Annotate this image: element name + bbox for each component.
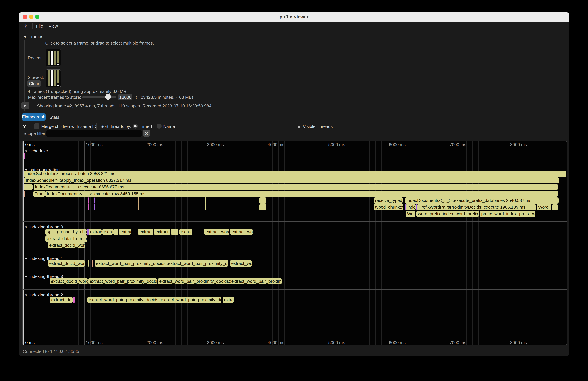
flame-bar[interactable]	[171, 229, 178, 235]
frame-bar	[48, 70, 50, 86]
frames-header[interactable]: ▼Frames	[23, 34, 43, 39]
axis-tick-label: 7000 ms	[450, 340, 466, 345]
flame-bar[interactable]: extract_	[154, 229, 170, 235]
flame-bar[interactable]	[259, 204, 267, 210]
sort-name-radio[interactable]	[157, 124, 162, 128]
flame-bar[interactable]	[138, 204, 139, 210]
flame-bar[interactable]: extract_docid_word	[49, 278, 88, 284]
separator-vertical	[96, 123, 97, 130]
separator-vertical	[30, 123, 30, 130]
play-button[interactable]: ▶	[21, 102, 29, 109]
max-frames-slider[interactable]	[82, 96, 116, 98]
app-asterisk-icon[interactable]: ✳	[23, 23, 28, 29]
flame-bar[interactable]: IndexDocuments<_, _>::execute_prefix_dat…	[405, 197, 559, 204]
flame-bar[interactable]: extract_word_pair_proximity_docids::extr…	[158, 278, 282, 284]
flame-bar[interactable]: IndexDocuments<_, _>::execute 8656.677 m…	[34, 184, 558, 190]
flame-bar[interactable]: Word	[406, 211, 415, 217]
flame-bar[interactable]	[259, 197, 267, 204]
help-button[interactable]: ?	[23, 124, 26, 129]
flame-bar[interactable]: IndexDocuments<_, _>::execute_raw 8459.1…	[45, 191, 558, 197]
frame-bar	[51, 51, 53, 65]
axis-tick-label: 7000 ms	[450, 142, 466, 147]
flame-bar[interactable]	[87, 229, 89, 235]
scope-filter-input[interactable]	[46, 130, 142, 137]
frame-bar	[57, 70, 59, 86]
scope-filter-clear-button[interactable]: x	[143, 130, 150, 137]
flame-bar[interactable]: extra	[102, 229, 113, 235]
flame-bar[interactable]: extract_wo	[230, 260, 252, 267]
flame-bar[interactable]	[205, 204, 206, 210]
clear-button[interactable]: Clear	[27, 80, 41, 87]
menu-file[interactable]: File	[36, 22, 43, 30]
tab-stats[interactable]: Stats	[49, 115, 59, 120]
flame-bar[interactable]	[405, 204, 406, 210]
flame-bar[interactable]: extract_word_pair_proximity_docids::extr…	[95, 260, 228, 267]
flame-bar[interactable]	[552, 204, 558, 210]
flame-bar[interactable]	[92, 260, 93, 267]
sort-time-radio[interactable]	[133, 124, 138, 128]
flame-bar[interactable]: typed_chunk::w	[374, 204, 403, 210]
flame-bar[interactable]: split_grenad_by_chun	[45, 229, 86, 235]
frame-bar	[48, 51, 50, 65]
flame-bar[interactable]	[416, 204, 417, 210]
slider-knob[interactable]	[105, 94, 111, 100]
flame-bar[interactable]: extract_word_pair_proximity_docids	[88, 278, 157, 284]
flame-bar[interactable]	[24, 153, 25, 159]
flame-bar[interactable]: prefix_word::index_prefix_wo	[480, 211, 535, 217]
separator	[21, 138, 567, 138]
flame-bar[interactable]	[138, 197, 139, 204]
merge-children-checkbox[interactable]	[34, 123, 40, 129]
flame-bar[interactable]	[94, 197, 95, 204]
flame-bar[interactable]: IndexScheduler>::apply_index_operation 8…	[24, 177, 559, 183]
flame-bar[interactable]: extract_wo	[230, 229, 252, 235]
merge-children-label: Merge children with same ID	[41, 124, 97, 129]
flame-bar[interactable]	[94, 204, 95, 210]
collapse-triangle-icon: ▶	[298, 125, 301, 128]
flame-bar[interactable]: extract::data_from_ob	[45, 235, 87, 242]
axis-tick-label: 0 ms	[25, 142, 35, 147]
tab-flamegraph[interactable]: Flamegraph	[22, 113, 46, 121]
axis-tick-label: 5000 ms	[328, 142, 345, 147]
menu-view[interactable]: View	[48, 22, 58, 30]
thread-separator	[23, 271, 567, 271]
flame-bar[interactable]	[205, 197, 206, 204]
flame-bar[interactable]: extract	[179, 229, 192, 235]
sort-time-label: Time	[140, 124, 149, 129]
max-frames-value[interactable]: 18000	[118, 94, 132, 100]
flame-bar[interactable]	[88, 197, 89, 204]
flame-bar[interactable]	[24, 191, 25, 197]
flame-bar[interactable]: word_prefix::index_word_prefix_	[417, 211, 479, 217]
axis-tick-label: 8000 ms	[510, 142, 527, 147]
axis-tick-label: 6000 ms	[389, 340, 406, 345]
flame-bar[interactable]: Trans	[33, 191, 45, 197]
flame-bar[interactable]: extrac	[119, 229, 131, 235]
flame-bar[interactable]: WordPr	[537, 204, 551, 210]
flame-bar[interactable]	[88, 260, 89, 267]
thread-header[interactable]: ▼scheduler	[24, 148, 48, 154]
flame-bar[interactable]: extract_doc	[50, 297, 73, 303]
flame-bar[interactable]: extract_docid_word	[48, 260, 85, 267]
frame-bar	[51, 70, 53, 86]
flame-bar[interactable]: extract_docid_word	[48, 242, 85, 248]
visible-threads-header[interactable]: ▶Visible Threads	[298, 124, 333, 129]
flame-bar[interactable]	[113, 229, 118, 235]
flame-bar[interactable]	[24, 184, 33, 190]
flame-bar[interactable]: receive_typed_	[374, 197, 403, 204]
flame-bar[interactable]	[73, 297, 75, 303]
flame-bar[interactable]: extract_	[138, 229, 153, 235]
flame-bar[interactable]: extrac	[223, 297, 234, 303]
flame-bar[interactable]: PrefixWordPairsProximityDocids::execute …	[417, 204, 536, 210]
sort-direction-arrow-icon[interactable]: ⬇	[150, 124, 153, 129]
flame-bar[interactable]: IndexScheduler>::process_batch 8953.821 …	[24, 170, 566, 177]
slowest-frames-thumbnail[interactable]	[46, 69, 61, 87]
flame-bar[interactable]: extract_word	[204, 229, 229, 235]
flame-bar[interactable]: index	[406, 204, 416, 210]
collapse-triangle-icon: ▼	[24, 149, 28, 153]
collapse-triangle-icon: ▼	[24, 225, 28, 229]
axis-tick-label: 0 ms	[25, 340, 35, 345]
recent-frames-thumbnail[interactable]	[46, 49, 61, 67]
flamegraph-panel[interactable]: 0 ms1000 ms2000 ms3000 ms4000 ms5000 ms6…	[22, 141, 567, 345]
flame-bar[interactable]: extract	[89, 229, 102, 235]
flame-bar[interactable]	[88, 204, 89, 210]
flame-bar[interactable]: extract_word_pair_proximity_docids::extr…	[87, 297, 221, 303]
